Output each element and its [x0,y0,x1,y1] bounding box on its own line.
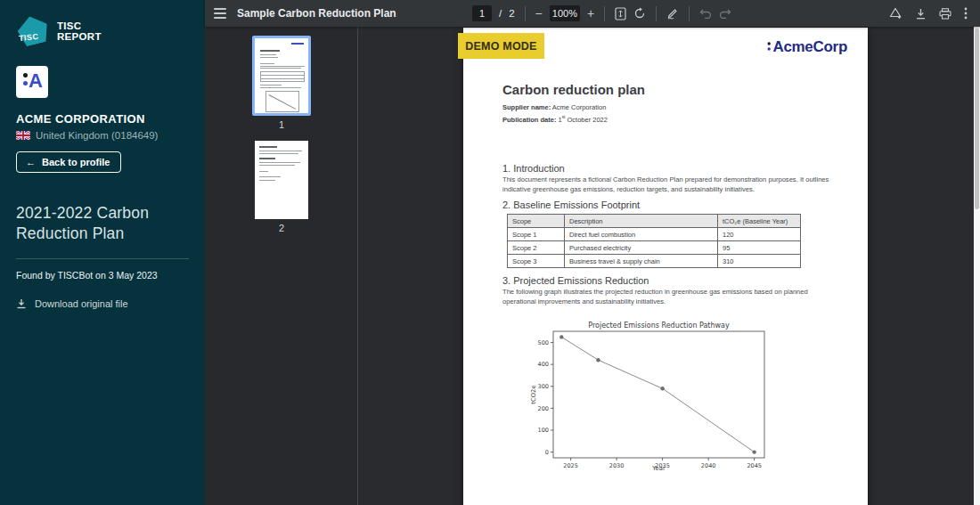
document-title: Carbon reduction plan [502,82,645,97]
fit-page-icon [615,7,626,20]
company-country: United Kingdom (0184649) [16,130,189,141]
tisc-report-wordmark: TISC REPORT [57,20,102,42]
redo-icon [719,8,731,19]
back-button-label: Back to profile [42,157,110,167]
section-3-body: The following graph illustrates the proj… [502,288,834,306]
menu-icon[interactable] [214,8,226,18]
logo-dot-blue [23,81,28,86]
section-1-heading: 1. Introduction [502,163,565,174]
sidebar-divider [16,258,189,259]
report-title: 2021-2022 Carbon Reduction Plan [16,203,189,244]
logo-dot-dark [23,73,28,77]
svg-text:2025: 2025 [563,462,578,469]
acmecorp-logo: AcmeCorp [766,39,847,54]
table-row: Scope 3Business travel & supply chain310 [508,255,801,268]
section-1-body: This document represents a fictional Car… [502,175,834,194]
pdf-toolbar: Sample Carbon Reduction Plan / 2 − 100% … [205,0,980,27]
rotate-icon [633,7,646,20]
download-link-label: Download original file [35,298,128,309]
thumbnail-2-label: 2 [255,223,308,233]
more-options-button[interactable] [964,7,968,20]
section-3-heading: 3. Projected Emissions Reduction [502,275,649,286]
svg-text:400: 400 [538,361,549,368]
undo-button[interactable] [699,8,712,19]
acmecorp-logo-dots [766,39,772,53]
table-row: Scope 1Direct fuel combustion120 [508,228,801,241]
download-button[interactable] [915,8,927,20]
table-row: Scope 2Purchased electricity95 [508,241,801,255]
download-icon [16,298,27,309]
download-original-link[interactable]: Download original file [16,298,189,309]
scrollbar-thumb[interactable] [975,29,979,209]
emissions-chart: 202520302035204020450100200300400500Proj… [528,321,787,472]
back-arrow-icon: ← [26,157,36,167]
table-header-cell: tCO₂e (Baseline Year) [718,215,801,228]
emissions-table: ScopeDescriptiontCO₂e (Baseline Year)Sco… [507,214,801,268]
undo-icon [699,8,712,19]
country-label: United Kingdom (0184649) [36,130,158,141]
toolbar-separator [656,6,657,21]
demo-mode-badge: DEMO MODE [458,33,544,59]
pdf-document-title: Sample Carbon Reduction Plan [237,7,396,20]
svg-text:0: 0 [545,449,549,456]
toolbar-download-icon [915,8,927,20]
thumbnail-1-label: 1 [252,119,311,130]
zoom-in-button[interactable]: + [587,7,594,20]
svg-text:tCO2e: tCO2e [530,385,537,403]
svg-text:2030: 2030 [609,462,625,469]
table-header-cell: Scope [508,215,565,228]
tisc-pentagon-icon: TISC [16,14,52,48]
annotate-pen-icon [666,7,679,20]
toolbar-separator [689,6,690,21]
table-header-cell: Description [565,215,718,228]
company-logo: A [16,66,48,98]
zoom-level[interactable]: 100% [550,5,580,21]
page-view-area: DEMO MODE AcmeCorp Carbon reduction plan… [358,27,974,505]
svg-text:2040: 2040 [701,462,716,469]
tisc-report-logo: TISC TISC REPORT [16,12,189,50]
more-vert-icon [964,7,968,20]
annotate-button[interactable] [666,7,679,20]
acmecorp-logo-text: AcmeCorp [772,39,847,54]
print-icon [939,8,951,20]
viewer-scrollbar[interactable] [974,27,980,505]
svg-text:200: 200 [538,405,549,412]
page-number-input[interactable] [472,5,492,21]
table-header-row: ScopeDescriptiontCO₂e (Baseline Year) [508,215,801,228]
rotate-button[interactable] [633,7,646,20]
svg-text:500: 500 [538,339,549,346]
company-name: ACME CORPORATION [16,112,189,126]
uk-flag-icon [16,131,30,140]
pdf-page-1: DEMO MODE AcmeCorp Carbon reduction plan… [463,28,868,505]
supplier-line: Supplier name: Acme Corporation [502,103,606,111]
thumbnail-pane: 1 2 [205,27,357,505]
thumbnail-page-2[interactable]: 2 [255,141,308,233]
thumbnail-page-1[interactable]: 1 [252,36,311,130]
svg-text:2045: 2045 [747,462,762,469]
toolbar-separator [604,6,605,21]
toolbar-separator [525,6,526,21]
print-button[interactable] [939,8,951,20]
back-to-profile-button[interactable]: ← Back to profile [16,151,121,173]
svg-text:Projected Emissions Reduction: Projected Emissions Reduction Pathway [588,322,730,330]
svg-text:300: 300 [538,383,549,390]
page-separator: / [499,8,502,19]
save-drive-icon [889,7,902,20]
redo-button[interactable] [719,8,731,19]
publication-date-line: Publication date: 1st October 2022 [502,115,608,124]
svg-text:100: 100 [538,427,549,434]
logo-letter: A [29,69,43,93]
zoom-out-button[interactable]: − [535,7,543,20]
found-by-text: Found by TISCBot on 3 May 2023 [16,270,189,281]
svg-text:Year: Year [651,465,666,472]
save-button[interactable] [889,7,902,20]
sidebar: TISC TISC REPORT A ACME CORPORATION Unit… [0,0,205,505]
app-root: TISC TISC REPORT A ACME CORPORATION Unit… [0,0,980,505]
page-total: 2 [509,8,514,19]
pdf-viewer: Sample Carbon Reduction Plan / 2 − 100% … [205,0,980,505]
fit-page-button[interactable] [615,7,626,20]
section-2-heading: 2. Baseline Emissions Footprint [502,200,640,210]
